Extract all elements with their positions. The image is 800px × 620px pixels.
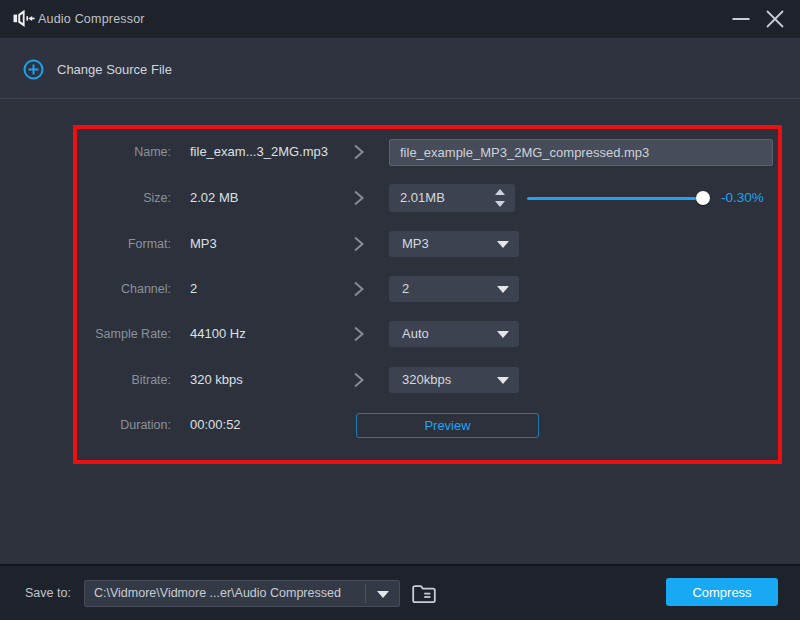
caret-down-icon bbox=[497, 241, 509, 248]
speaker-compress-icon bbox=[13, 9, 35, 28]
caret-down-icon bbox=[497, 286, 509, 293]
folder-icon bbox=[411, 584, 437, 605]
plus-circle-icon bbox=[23, 59, 44, 80]
spinner-arrows[interactable] bbox=[493, 188, 507, 208]
chevron-right-icon bbox=[353, 372, 365, 388]
header-band: Change Source File bbox=[0, 38, 800, 99]
sample-rate-selected: Auto bbox=[402, 321, 429, 347]
channel-row: Channel: 2 2 bbox=[0, 275, 800, 303]
caret-down-icon[interactable] bbox=[377, 591, 389, 598]
size-slider-handle[interactable] bbox=[696, 191, 710, 205]
caret-down-icon bbox=[497, 331, 509, 338]
format-value: MP3 bbox=[190, 230, 217, 258]
sample-rate-value: 44100 Hz bbox=[190, 320, 246, 348]
duration-label: Duration: bbox=[60, 411, 171, 439]
save-path-combobox[interactable]: C:\Vidmore\Vidmore ...er\Audio Compresse… bbox=[84, 580, 400, 607]
sample-rate-dropdown[interactable]: Auto bbox=[389, 321, 519, 347]
name-label: Name: bbox=[60, 138, 171, 166]
chevron-right-icon bbox=[353, 326, 365, 342]
size-delta-percent: -0.30% bbox=[721, 184, 764, 212]
name-value: file_exam...3_2MG.mp3 bbox=[190, 138, 328, 166]
minimize-button[interactable] bbox=[724, 0, 758, 38]
content-area: Name: file_exam...3_2MG.mp3 Size: 2.02 M… bbox=[0, 100, 800, 564]
sample-rate-row: Sample Rate: 44100 Hz Auto bbox=[0, 320, 800, 348]
channel-label: Channel: bbox=[60, 275, 171, 303]
size-slider[interactable] bbox=[527, 197, 710, 200]
chevron-right-icon bbox=[353, 144, 365, 160]
size-value: 2.02 MB bbox=[190, 184, 238, 212]
change-source-file-label: Change Source File bbox=[57, 62, 172, 77]
format-selected: MP3 bbox=[402, 231, 429, 257]
chevron-right-icon bbox=[353, 281, 365, 297]
output-name-input[interactable] bbox=[389, 139, 773, 166]
sample-rate-label: Sample Rate: bbox=[60, 320, 171, 348]
format-dropdown[interactable]: MP3 bbox=[389, 231, 519, 257]
path-separator bbox=[365, 584, 366, 603]
spinner-up-icon[interactable] bbox=[495, 189, 505, 195]
target-size-spinner[interactable]: 2.01MB bbox=[389, 184, 515, 212]
compress-button[interactable]: Compress bbox=[666, 578, 778, 606]
window-title: Audio Compressor bbox=[38, 0, 145, 38]
bitrate-selected: 320kbps bbox=[402, 367, 451, 393]
preview-button[interactable]: Preview bbox=[356, 413, 539, 438]
size-row: Size: 2.02 MB 2.01MB -0.30% bbox=[0, 184, 800, 212]
bitrate-value: 320 kbps bbox=[190, 366, 243, 394]
audio-compressor-window: Audio Compressor Change Source File Name… bbox=[0, 0, 800, 620]
spinner-down-icon[interactable] bbox=[495, 201, 505, 207]
change-source-file-button[interactable]: Change Source File bbox=[23, 53, 172, 85]
chevron-right-icon bbox=[353, 236, 365, 252]
duration-value: 00:00:52 bbox=[190, 411, 241, 439]
browse-folder-button[interactable] bbox=[411, 584, 437, 605]
save-to-label: Save to: bbox=[25, 580, 71, 606]
bitrate-row: Bitrate: 320 kbps 320kbps bbox=[0, 366, 800, 394]
close-button[interactable] bbox=[758, 0, 792, 38]
channel-value: 2 bbox=[190, 275, 197, 303]
bitrate-label: Bitrate: bbox=[60, 366, 171, 394]
bitrate-dropdown[interactable]: 320kbps bbox=[389, 367, 519, 393]
save-path-value: C:\Vidmore\Vidmore ...er\Audio Compresse… bbox=[94, 581, 362, 606]
duration-row: Duration: 00:00:52 Preview bbox=[0, 411, 800, 439]
format-row: Format: MP3 MP3 bbox=[0, 230, 800, 258]
footer-bar: Save to: C:\Vidmore\Vidmore ...er\Audio … bbox=[0, 564, 800, 620]
caret-down-icon bbox=[497, 377, 509, 384]
size-slider-fill bbox=[527, 197, 703, 200]
chevron-right-icon bbox=[353, 190, 365, 206]
titlebar: Audio Compressor bbox=[0, 0, 800, 38]
size-label: Size: bbox=[60, 184, 171, 212]
channel-selected: 2 bbox=[402, 276, 409, 302]
channel-dropdown[interactable]: 2 bbox=[389, 276, 519, 302]
name-row: Name: file_exam...3_2MG.mp3 bbox=[0, 138, 800, 166]
target-size-value: 2.01MB bbox=[400, 184, 445, 212]
format-label: Format: bbox=[60, 230, 171, 258]
